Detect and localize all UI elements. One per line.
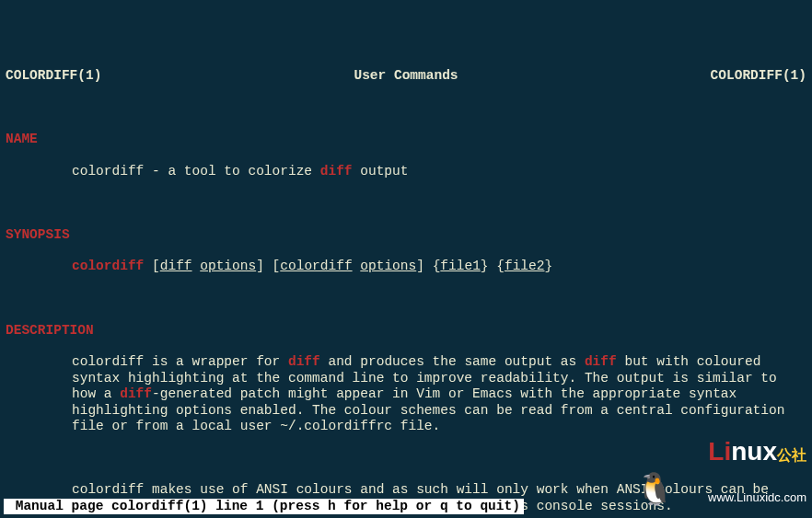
watermark-url: www.Linuxidc.com — [708, 491, 806, 503]
tux-icon: 🐧 — [635, 476, 674, 507]
header-right: COLORDIFF(1) — [711, 68, 806, 84]
watermark-logo: Linux公社 www.Linuxidc.com — [708, 412, 806, 517]
synopsis-line: colordiff [diff options] [colordiff opti… — [6, 259, 806, 274]
man-header: COLORDIFF(1) User Commands COLORDIFF(1) — [6, 68, 806, 84]
pager-status-bar[interactable]: Manual page colordiff(1) line 1 (press h… — [4, 499, 524, 514]
section-synopsis: SYNOPSIS — [6, 227, 806, 243]
header-center: User Commands — [354, 68, 458, 84]
diff-keyword: diff — [288, 354, 320, 369]
header-left: COLORDIFF(1) — [6, 68, 101, 84]
section-name: NAME — [6, 132, 806, 147]
diff-keyword: diff — [585, 354, 617, 369]
name-line: colordiff - a tool to colorize diff outp… — [6, 164, 806, 179]
diff-keyword: diff — [320, 164, 353, 178]
section-description: DESCRIPTION — [6, 323, 806, 339]
description-p1: colordiff is a wrapper for diff and prod… — [6, 354, 806, 434]
diff-keyword: diff — [120, 386, 152, 401]
